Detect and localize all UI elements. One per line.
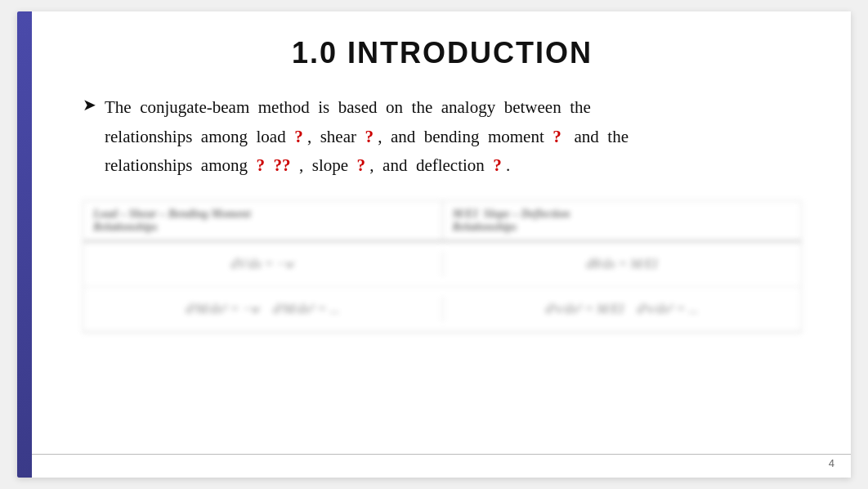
question-mark-6: ? [493,155,502,175]
comma1: , shear [303,127,365,146]
period: . [502,155,511,175]
deflection-text: , and deflection [365,155,493,175]
slide-container: 1.0 INTRODUCTION ➤ The conjugate-beam me… [17,11,851,478]
bullet-arrow: ➤ [83,95,96,114]
slide-title: 1.0 INTRODUCTION [83,36,802,70]
page-number: 4 [829,457,834,469]
question-mark-5: ? [357,155,366,175]
table-cell-left-2: d²M/dx² = −w d²M/dx² = ... [83,297,443,321]
table-row-2: d²M/dx² = −w d²M/dx² = ... d²v/dx² = M/E… [83,287,801,332]
line3-text: relationships among [105,155,256,175]
line2-text: relationships among load [105,127,294,146]
question-mark-1: ? [294,127,303,146]
bullet-text: The conjugate-beam method is based on th… [105,93,802,181]
table-header-left: Load – Shear – Bending MomentRelationshi… [83,201,443,240]
table-container: Load – Shear – Bending MomentRelationshi… [83,200,802,333]
slope-text: , slope [290,155,356,175]
question-mark-3: ? [553,127,562,146]
blurred-table: Load – Shear – Bending MomentRelationshi… [83,200,802,333]
content-area: ➤ The conjugate-beam method is based on … [83,93,802,453]
table-cell-left-1: dV/dx = −w [83,252,443,276]
table-header-right: M/EI Slope – DeflectionRelationships [443,201,802,240]
comma2: , and bending moment [374,127,553,146]
table-header-row: Load – Shear – Bending MomentRelationshi… [83,201,801,242]
bullet-point: ➤ The conjugate-beam method is based on … [83,93,802,181]
table-row-1: dV/dx = −w dθ/dx = M/EI [83,242,801,287]
question-mark-4: ? ?? [256,155,290,175]
table-area: Load – Shear – Bending MomentRelationshi… [83,200,802,333]
table-cell-right-1: dθ/dx = M/EI [443,252,802,276]
left-accent-bar [17,11,32,478]
question-mark-2: ? [365,127,374,146]
bottom-divider [32,454,851,455]
table-cell-right-2: d²v/dx² = M/EI d²v/dx² = ... [443,297,802,321]
and-the: and the [562,127,629,146]
line1-text: The conjugate-beam method is based on th… [105,97,591,117]
